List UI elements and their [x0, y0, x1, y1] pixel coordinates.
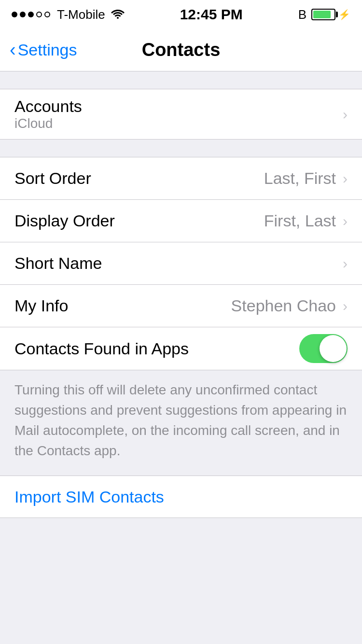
contacts-found-toggle[interactable] — [299, 334, 348, 363]
spacer-top — [0, 71, 362, 89]
accounts-label: Accounts — [14, 97, 82, 116]
import-sim-row[interactable]: Import SIM Contacts — [0, 476, 362, 518]
my-info-row[interactable]: My Info Stephen Chao › — [0, 285, 362, 327]
display-order-value: First, Last — [264, 211, 336, 230]
import-sim-label: Import SIM Contacts — [14, 488, 164, 506]
signal-dot-3 — [28, 12, 34, 17]
sort-order-row[interactable]: Sort Order Last, First › — [0, 157, 362, 200]
battery-fill — [313, 11, 331, 18]
accounts-sub-label: iCloud — [14, 116, 53, 131]
spacer-2 — [0, 140, 362, 157]
status-time: 12:45 PM — [180, 6, 243, 23]
display-order-label: Display Order — [14, 211, 264, 230]
nav-bar: ‹ Settings Contacts — [0, 29, 362, 71]
sort-order-chevron-icon: › — [343, 170, 348, 187]
battery-container: ⚡ — [311, 9, 350, 20]
accounts-group: Accounts iCloud › — [0, 89, 362, 140]
signal-dot-5 — [44, 12, 50, 17]
short-name-row[interactable]: Short Name › — [0, 242, 362, 285]
bottom-fill — [0, 535, 362, 632]
contacts-found-label: Contacts Found in Apps — [14, 339, 299, 358]
short-name-label: Short Name — [14, 254, 343, 273]
my-info-label: My Info — [14, 296, 231, 315]
toggle-knob — [320, 335, 347, 362]
nav-title: Contacts — [142, 40, 221, 60]
bluetooth-icon: B — [298, 7, 306, 22]
wifi-icon — [111, 7, 125, 22]
display-order-chevron-icon: › — [343, 213, 348, 229]
accounts-chevron-icon: › — [343, 106, 348, 123]
battery-icon — [311, 9, 335, 20]
signal-dot-2 — [20, 12, 26, 17]
contacts-found-description: Turning this off will delete any unconfi… — [0, 370, 362, 476]
charging-icon: ⚡ — [338, 9, 350, 20]
contacts-settings-group: Sort Order Last, First › Display Order F… — [0, 157, 362, 370]
sort-order-label: Sort Order — [14, 169, 264, 188]
signal-dot-1 — [12, 12, 17, 17]
sort-order-value: Last, First — [264, 169, 336, 188]
short-name-chevron-icon: › — [343, 255, 348, 272]
spacer-bottom-top — [0, 518, 362, 535]
accounts-row[interactable]: Accounts iCloud › — [0, 89, 362, 139]
status-bar: T-Mobile 12:45 PM B ⚡ — [0, 0, 362, 29]
signal-dot-4 — [36, 12, 42, 17]
status-right: B ⚡ — [298, 7, 350, 22]
status-left: T-Mobile — [12, 7, 125, 22]
contacts-found-row: Contacts Found in Apps — [0, 327, 362, 370]
back-chevron-icon: ‹ — [10, 41, 16, 59]
back-button-label: Settings — [18, 41, 77, 59]
my-info-chevron-icon: › — [343, 298, 348, 314]
carrier-label: T-Mobile — [57, 7, 105, 22]
display-order-row[interactable]: Display Order First, Last › — [0, 200, 362, 242]
signal-strength — [12, 12, 50, 17]
back-button[interactable]: ‹ Settings — [10, 41, 77, 59]
my-info-value: Stephen Chao — [231, 296, 336, 315]
